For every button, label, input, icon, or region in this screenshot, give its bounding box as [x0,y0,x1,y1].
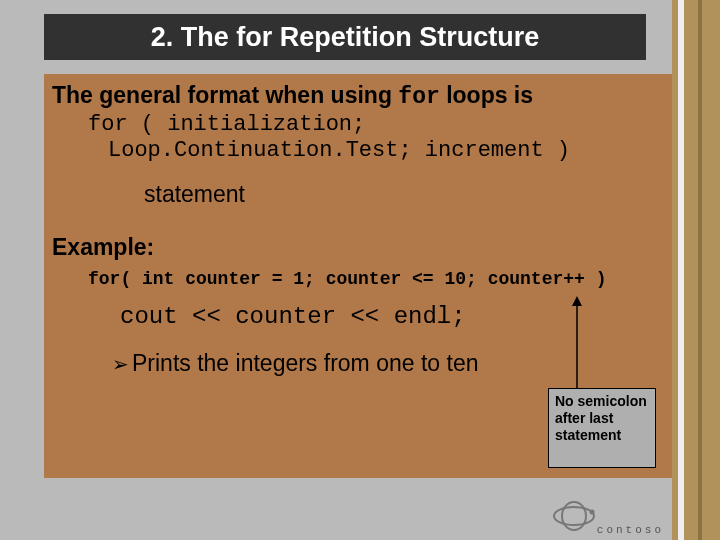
callout-note-text: No semicolon after last statement [555,393,647,443]
intro-for-keyword: for [398,84,439,110]
example-body-line: cout << counter << endl; [120,303,672,330]
example-for-line: for( int counter = 1; counter <= 10; cou… [88,269,672,289]
intro-before: The general format when using [52,82,398,108]
slide: 2. The for Repetition Structure The gene… [0,0,720,540]
side-accent-stripe-dark [698,0,702,540]
syntax-statement: statement [144,181,672,208]
example-label: Example: [52,234,672,261]
bullet-glyph-icon: ➢ [112,352,132,376]
svg-point-2 [554,507,594,525]
svg-point-4 [590,510,595,515]
intro-line: The general format when using for loops … [52,82,672,110]
brand-name: contoso [597,524,664,536]
bullet-line: ➢Prints the integers from one to ten [112,350,672,377]
slide-title: 2. The for Repetition Structure [44,14,646,60]
side-accent-stripe-light [678,0,684,540]
syntax-line-2: Loop.Continuation.Test; increment ) [108,138,672,164]
intro-after: loops is [440,82,533,108]
title-bar: 2. The for Repetition Structure [44,14,646,60]
syntax-line-1: for ( initialization; [88,112,672,138]
callout-note: No semicolon after last statement [548,388,656,468]
bullet-text: Prints the integers from one to ten [132,350,478,376]
content-inner: The general format when using for loops … [44,74,672,377]
side-accent [672,0,720,540]
